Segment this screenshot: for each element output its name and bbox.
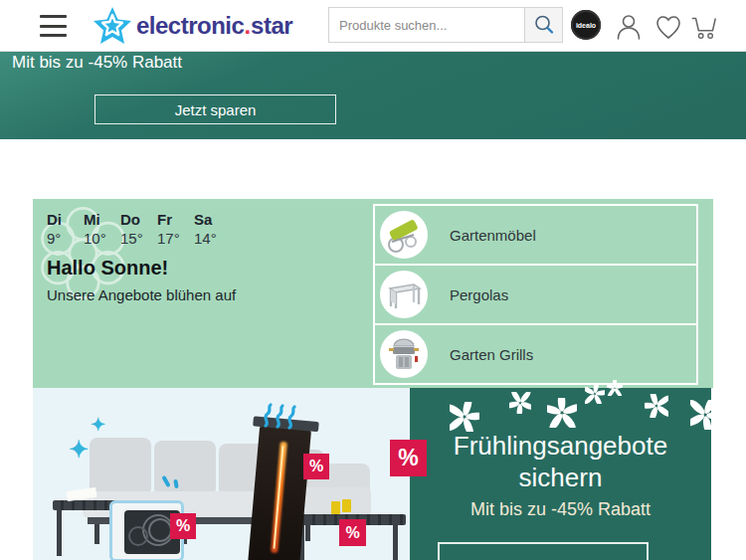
flower-icon (547, 398, 577, 428)
weather-day: Di9° (47, 211, 84, 247)
idealo-badge-label: idealo (576, 22, 596, 29)
category-list: Gartenmöbel Pergolas (373, 204, 698, 385)
flower-icon (585, 384, 605, 404)
teaser-headline: Hallo Sonne! (47, 257, 168, 280)
sofa-cushion (154, 441, 216, 496)
flower-icon (509, 392, 531, 414)
category-item-gartenmoebel[interactable]: Gartenmöbel (375, 206, 696, 266)
drink-glass (331, 501, 340, 514)
table-leg (57, 510, 62, 556)
product-collage[interactable]: ✦ ✦ % % % (33, 388, 410, 560)
weather-day: Mi10° (84, 211, 120, 247)
search-input[interactable] (329, 8, 524, 42)
header: electronic.star idealo (0, 0, 746, 52)
jetzt-sparen-button[interactable]: Jetzt sparen (94, 94, 336, 124)
flower-icon (607, 380, 623, 396)
teaser-subline: Unsere Angebote blühen auf (47, 286, 236, 303)
logo-text-secondary: star (251, 12, 292, 40)
sale-percent-badge: % (303, 454, 329, 479)
star-logo-icon (93, 6, 132, 46)
promo-hero-banner[interactable]: Mit bis zu -45% Rabatt Jetzt sparen (0, 52, 746, 139)
logo-text-primary: electronic (136, 12, 244, 40)
category-item-pergolas[interactable]: Pergolas (375, 266, 696, 325)
logo[interactable]: electronic.star (93, 6, 292, 46)
spring-offers-panel[interactable]: % Frühlingsangebote sichern Mit bis zu -… (410, 388, 711, 560)
pergola-icon (384, 275, 424, 314)
category-item-garten-grills[interactable]: Garten Grills (375, 325, 696, 385)
wishlist-heart-icon[interactable] (653, 11, 684, 43)
sale-percent-badge: % (339, 519, 366, 546)
weather-day: Sa14° (194, 211, 231, 247)
weather-day: Fr17° (157, 211, 194, 247)
category-image-circle (380, 211, 428, 259)
category-label: Pergolas (450, 286, 508, 303)
spring-sale-banner: ✦ ✦ % % % % Frühlingsangebote sichern Mi… (33, 388, 711, 560)
category-image-circle (380, 330, 428, 378)
spring-teaser-block: Di9° Mi10° Do15° Fr17° Sa14° Hallo Sonne… (33, 199, 713, 388)
sale-percent-badge: % (170, 513, 196, 539)
page: electronic.star idealo Mit bis (0, 0, 746, 560)
spring-banner-title: Frühlingsangebote sichern (410, 430, 711, 493)
promo-subtitle: Mit bis zu -45% Rabatt (12, 53, 182, 73)
grill-icon (384, 334, 424, 374)
search-icon (533, 14, 555, 36)
search-bar (328, 7, 563, 43)
flower-icon (450, 402, 479, 432)
table-leg (393, 525, 398, 560)
account-icon[interactable] (613, 11, 645, 43)
spring-banner-subtitle: Mit bis zu -45% Rabatt (410, 499, 711, 520)
search-button[interactable] (524, 8, 562, 42)
sparkle-icon: ✦ (69, 436, 89, 464)
flower-icon (645, 394, 668, 418)
idealo-badge-icon[interactable]: idealo (571, 10, 601, 40)
logo-dot: . (244, 12, 251, 40)
sun-lounger-icon (384, 215, 424, 255)
sparkle-icon: ✦ (91, 414, 105, 436)
category-label: Gartenmöbel (450, 227, 536, 244)
category-label: Garten Grills (450, 346, 533, 363)
category-image-circle (380, 271, 428, 318)
flower-icon (690, 400, 720, 430)
heat-steam-icon (260, 402, 299, 430)
menu-icon[interactable] (40, 15, 67, 37)
sofa-cushion (90, 438, 151, 495)
cart-icon[interactable] (688, 11, 720, 43)
weather-day: Do15° (120, 211, 157, 247)
spring-cta-button[interactable] (438, 542, 649, 560)
weather-forecast: Di9° Mi10° Do15° Fr17° Sa14° (47, 211, 231, 247)
drink-glass (342, 499, 351, 512)
sofa-leg (94, 524, 99, 544)
